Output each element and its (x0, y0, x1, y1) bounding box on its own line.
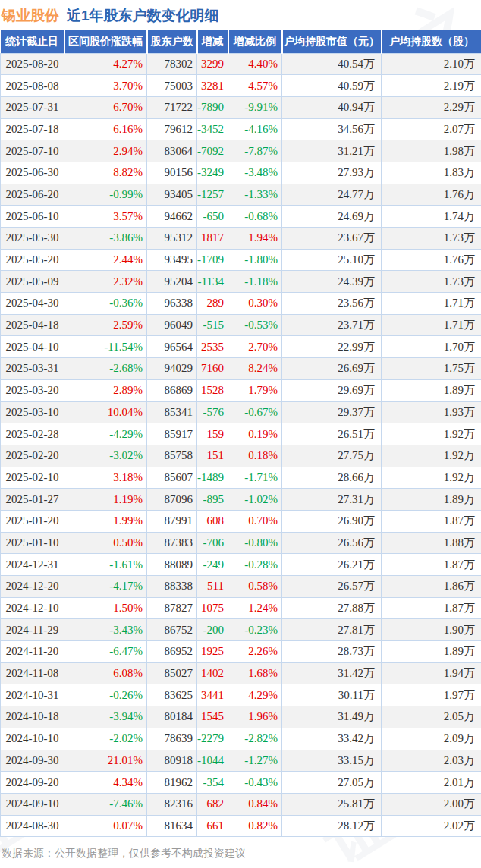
cell-delta-pct: 4.57% (228, 75, 282, 97)
cell-date: 2025-01-20 (1, 510, 64, 532)
cell-avg-market-value: 28.12万 (282, 815, 382, 837)
cell-delta: 7160 (197, 358, 228, 380)
cell-date: 2024-10-31 (1, 684, 64, 706)
cell-price-change: 1.99% (64, 510, 147, 532)
column-header-holders: 股东户数 (147, 30, 197, 53)
table-row: 2025-05-20 2.44% 93495 -1709 -1.80% 25.1… (1, 249, 481, 271)
cell-date: 2025-06-10 (1, 206, 64, 228)
cell-delta: -249 (197, 554, 228, 576)
table-row: 2025-04-10 -11.54% 96564 2535 2.70% 22.9… (1, 336, 481, 358)
cell-delta-pct: 8.24% (228, 358, 282, 380)
cell-avg-shares: 1.88万 (382, 532, 481, 554)
cell-date: 2025-03-10 (1, 401, 64, 423)
cell-delta-pct: 0.18% (228, 445, 282, 467)
cell-holders: 81962 (147, 772, 197, 794)
cell-avg-shares: 1.93万 (382, 401, 481, 423)
cell-date: 2025-06-20 (1, 184, 64, 206)
cell-holders: 94029 (147, 358, 197, 380)
page-subtitle: 近1年股东户数变化明细 (67, 6, 219, 26)
cell-avg-shares: 1.92万 (382, 445, 481, 467)
cell-price-change: 1.19% (64, 489, 147, 511)
page-title: 锡业股份 近1年股东户数变化明细 (0, 0, 481, 30)
cell-date: 2025-06-30 (1, 162, 64, 184)
cell-delta-pct: -4.16% (228, 118, 282, 140)
cell-avg-market-value: 23.71万 (282, 314, 382, 336)
cell-date: 2025-04-30 (1, 293, 64, 315)
cell-date: 2024-11-20 (1, 641, 64, 663)
cell-holders: 96338 (147, 293, 197, 315)
cell-avg-shares: 1.73万 (382, 228, 481, 250)
cell-delta: 511 (197, 576, 228, 598)
cell-date: 2025-05-20 (1, 249, 64, 271)
cell-delta-pct: 0.82% (228, 815, 282, 837)
cell-price-change: 0.07% (64, 815, 147, 837)
cell-holders: 87991 (147, 510, 197, 532)
cell-delta-pct: -1.80% (228, 249, 282, 271)
cell-avg-shares: 1.87万 (382, 554, 481, 576)
cell-delta: -1257 (197, 184, 228, 206)
cell-delta-pct: 0.70% (228, 510, 282, 532)
cell-date: 2024-12-31 (1, 554, 64, 576)
cell-date: 2025-04-18 (1, 314, 64, 336)
cell-delta-pct: 1.96% (228, 706, 282, 728)
cell-date: 2025-02-28 (1, 423, 64, 445)
column-header-date: 统计截止日 (1, 30, 64, 53)
cell-avg-shares: 2.19万 (382, 75, 481, 97)
cell-date: 2024-09-30 (1, 750, 64, 772)
cell-delta-pct: -1.02% (228, 489, 282, 511)
cell-delta: 3299 (197, 53, 228, 75)
table-row: 2024-09-10 -7.46% 82316 682 0.84% 25.81万… (1, 793, 481, 815)
cell-holders: 96049 (147, 314, 197, 336)
cell-holders: 90156 (147, 162, 197, 184)
cell-holders: 85027 (147, 662, 197, 684)
cell-delta: 159 (197, 423, 228, 445)
cell-delta: -1709 (197, 249, 228, 271)
table-row: 2024-12-20 -4.17% 88338 511 0.58% 26.57万… (1, 576, 481, 598)
cell-price-change: 8.82% (64, 162, 147, 184)
cell-avg-market-value: 27.81万 (282, 619, 382, 641)
cell-delta-pct: 1.24% (228, 597, 282, 619)
table-row: 2025-02-10 3.18% 85607 -1489 -1.71% 28.6… (1, 467, 481, 489)
cell-delta-pct: 4.29% (228, 684, 282, 706)
table-body: 2025-08-20 4.27% 78302 3299 4.40% 40.54万… (1, 53, 481, 837)
cell-avg-market-value: 26.69万 (282, 358, 382, 380)
cell-delta-pct: 4.40% (228, 53, 282, 75)
cell-holders: 85758 (147, 445, 197, 467)
cell-avg-market-value: 26.57万 (282, 576, 382, 598)
cell-delta-pct: -0.43% (228, 772, 282, 794)
cell-avg-market-value: 24.69万 (282, 206, 382, 228)
table-row: 2024-10-18 -3.94% 80184 1545 1.96% 31.49… (1, 706, 481, 728)
cell-delta-pct: -1.71% (228, 467, 282, 489)
cell-date: 2025-03-31 (1, 358, 64, 380)
table-row: 2024-09-30 21.01% 80918 -1044 -1.27% 33.… (1, 750, 481, 772)
cell-avg-market-value: 28.66万 (282, 467, 382, 489)
cell-avg-shares: 2.10万 (382, 53, 481, 75)
cell-avg-shares: 2.00万 (382, 793, 481, 815)
cell-price-change: 6.08% (64, 662, 147, 684)
cell-holders: 96564 (147, 336, 197, 358)
cell-delta: -1134 (197, 271, 228, 293)
cell-date: 2025-04-10 (1, 336, 64, 358)
table-row: 2025-07-10 2.94% 83064 -7092 -7.87% 31.2… (1, 140, 481, 162)
cell-avg-market-value: 31.42万 (282, 662, 382, 684)
cell-avg-shares: 1.92万 (382, 423, 481, 445)
cell-delta: 289 (197, 293, 228, 315)
cell-delta: -895 (197, 489, 228, 511)
cell-delta-pct: 0.30% (228, 293, 282, 315)
table-row: 2025-05-30 -3.86% 95312 1817 1.94% 23.67… (1, 228, 481, 250)
cell-delta: -576 (197, 401, 228, 423)
cell-delta: -354 (197, 772, 228, 794)
cell-price-change: 21.01% (64, 750, 147, 772)
cell-delta-pct: -1.33% (228, 184, 282, 206)
table-row: 2024-09-20 4.34% 81962 -354 -0.43% 27.05… (1, 772, 481, 794)
cell-avg-market-value: 24.39万 (282, 271, 382, 293)
cell-price-change: -2.02% (64, 728, 147, 750)
cell-price-change: -0.99% (64, 184, 147, 206)
cell-delta: 1545 (197, 706, 228, 728)
cell-holders: 94662 (147, 206, 197, 228)
cell-delta: 608 (197, 510, 228, 532)
cell-date: 2025-01-10 (1, 532, 64, 554)
cell-avg-shares: 1.73万 (382, 271, 481, 293)
table-row: 2025-06-30 8.82% 90156 -3249 -3.48% 27.9… (1, 162, 481, 184)
table-row: 2025-07-18 6.16% 79612 -3452 -4.16% 34.5… (1, 118, 481, 140)
